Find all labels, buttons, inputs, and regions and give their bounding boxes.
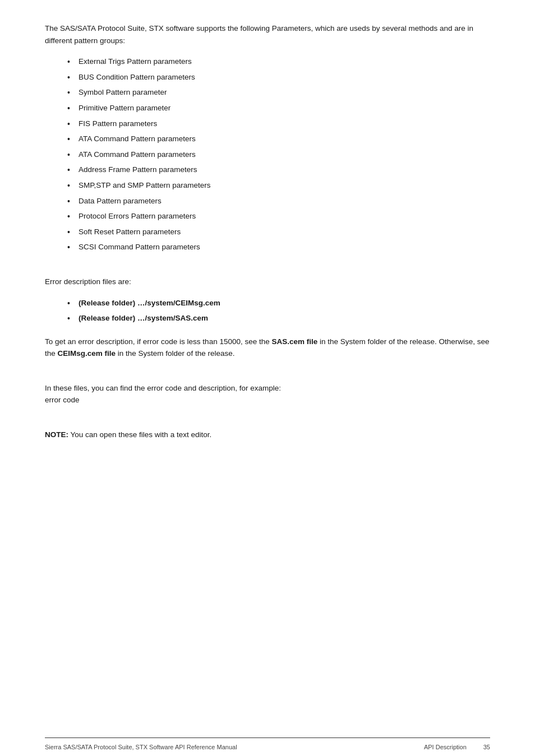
error-desc-part3: in the System folder of the release.	[116, 349, 234, 358]
error-desc-part1: To get an error description, if error co…	[45, 337, 271, 346]
note-label: NOTE:	[45, 430, 68, 439]
note-paragraph: NOTE: You can open these files with a te…	[45, 429, 490, 441]
list-item: Data Pattern parameters	[67, 195, 490, 207]
error-description-paragraph: To get an error description, if error co…	[45, 336, 490, 360]
footer-page-number: 35	[483, 744, 490, 750]
note-section: NOTE: You can open these files with a te…	[45, 429, 490, 441]
footer-section-label: API Description	[424, 744, 467, 750]
footer: Sierra SAS/SATA Protocol Suite, STX Soft…	[45, 738, 490, 756]
list-item: SMP,STP and SMP Pattern parameters	[67, 179, 490, 192]
list-item: SCSI Command Pattern parameters	[67, 241, 490, 253]
example-text: In these files, you can find the error c…	[45, 382, 490, 406]
error-desc-bold2: CEIMsg.cem file	[58, 349, 116, 358]
list-item: FIS Pattern parameters	[67, 118, 490, 130]
list-item: Symbol Pattern parameter	[67, 86, 490, 99]
list-item: (Release folder) …/system/CEIMsg.cem	[67, 297, 490, 309]
example-section: In these files, you can find the error c…	[45, 382, 490, 406]
error-section: Error description files are: (Release fo…	[45, 276, 490, 360]
error-file-list: (Release folder) …/system/CEIMsg.cem(Rel…	[67, 297, 490, 324]
list-item: ATA Command Pattern parameters	[67, 133, 490, 145]
footer-right: API Description 35	[424, 744, 490, 750]
list-item: External Trigs Pattern parameters	[67, 55, 490, 68]
page: The SAS/SATA Protocol Suite, STX softwar…	[0, 0, 535, 756]
list-item: Primitive Pattern parameter	[67, 102, 490, 114]
intro-paragraph: The SAS/SATA Protocol Suite, STX softwar…	[45, 22, 490, 47]
bullet-list: External Trigs Pattern parametersBUS Con…	[67, 55, 490, 253]
list-item: Soft Reset Pattern parameters	[67, 226, 490, 238]
list-item: Address Frame Pattern parameters	[67, 164, 490, 176]
list-item: ATA Command Pattern parameters	[67, 149, 490, 161]
error-intro: Error description files are:	[45, 276, 490, 288]
list-item: Protocol Errors Pattern parameters	[67, 210, 490, 222]
footer-left-text: Sierra SAS/SATA Protocol Suite, STX Soft…	[45, 744, 237, 750]
note-text: You can open these files with a text edi…	[68, 430, 211, 439]
list-item: BUS Condition Pattern parameters	[67, 71, 490, 84]
list-item: (Release folder) …/system/SAS.cem	[67, 312, 490, 324]
main-content: The SAS/SATA Protocol Suite, STX softwar…	[45, 22, 490, 756]
error-desc-bold1: SAS.cem file	[271, 337, 317, 346]
